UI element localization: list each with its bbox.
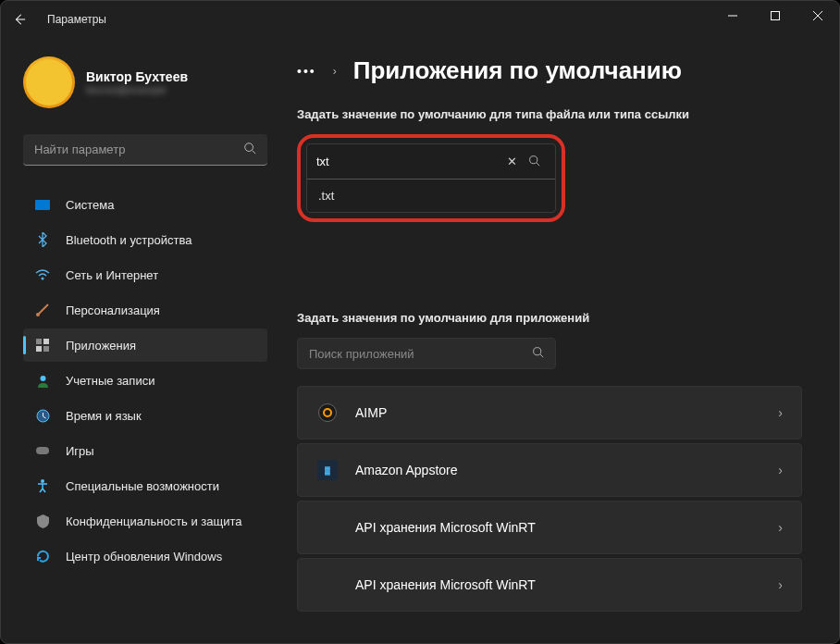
svg-line-5 bbox=[253, 150, 256, 154]
highlight-annotation: ✕ .txt bbox=[297, 134, 565, 222]
search-icon bbox=[243, 142, 256, 158]
chevron-right-icon: › bbox=[778, 463, 783, 477]
filetype-input[interactable] bbox=[316, 155, 501, 168]
svg-rect-11 bbox=[43, 346, 49, 352]
clear-icon[interactable]: ✕ bbox=[501, 155, 523, 168]
svg-rect-8 bbox=[36, 339, 42, 344]
chevron-right-icon: › bbox=[333, 65, 337, 78]
sidebar-search-input[interactable] bbox=[34, 142, 243, 156]
apps-icon bbox=[34, 337, 51, 353]
settings-window: Параметры Виктор Бухтеев blurred@example… bbox=[0, 0, 840, 644]
section-apps-label: Задать значения по умолчанию для приложе… bbox=[297, 311, 802, 325]
gamepad-icon bbox=[34, 442, 51, 459]
shield-icon bbox=[34, 513, 51, 529]
nav-time[interactable]: Время и язык bbox=[23, 399, 267, 432]
nav-accounts[interactable]: Учетные записи bbox=[23, 364, 267, 397]
app-name: API хранения Microsoft WinRT bbox=[355, 577, 761, 592]
svg-point-15 bbox=[41, 479, 44, 483]
app-item-amazon[interactable]: ▓ Amazon Appstore › bbox=[297, 443, 802, 497]
svg-line-17 bbox=[537, 162, 539, 165]
sidebar-search[interactable] bbox=[23, 134, 267, 166]
account-icon bbox=[34, 372, 51, 389]
nav-bluetooth[interactable]: Bluetooth и устройства bbox=[23, 223, 267, 256]
maximize-button[interactable] bbox=[754, 1, 797, 31]
nav-personalization[interactable]: Персонализация bbox=[23, 293, 267, 327]
search-icon bbox=[532, 345, 544, 362]
sidebar: Виктор Бухтеев blurred@example Система B… bbox=[1, 38, 278, 643]
system-icon bbox=[34, 196, 51, 213]
default-card[interactable] bbox=[297, 224, 802, 283]
breadcrumb-more[interactable]: ••• bbox=[297, 64, 316, 79]
app-item-winrt-2[interactable]: API хранения Microsoft WinRT › bbox=[297, 558, 802, 612]
avatar bbox=[23, 56, 75, 108]
svg-rect-14 bbox=[36, 447, 49, 454]
svg-rect-1 bbox=[772, 12, 780, 20]
nav-apps[interactable]: Приложения bbox=[23, 328, 267, 362]
filetype-suggestion[interactable]: .txt bbox=[307, 180, 555, 212]
app-name: Amazon Appstore bbox=[355, 463, 761, 477]
app-search[interactable] bbox=[297, 338, 556, 369]
chevron-right-icon: › bbox=[778, 405, 783, 420]
app-generic-icon bbox=[316, 516, 339, 539]
filetype-search: ✕ .txt bbox=[306, 143, 556, 213]
minimize-button[interactable] bbox=[711, 1, 754, 31]
window-title: Параметры bbox=[47, 13, 106, 26]
app-item-aimp[interactable]: AIMP › bbox=[297, 386, 802, 440]
nav-update[interactable]: Центр обновления Windows bbox=[23, 539, 267, 573]
profile-block[interactable]: Виктор Бухтеев blurred@example bbox=[23, 56, 267, 108]
nav-network[interactable]: Сеть и Интернет bbox=[23, 258, 267, 291]
svg-point-16 bbox=[530, 155, 537, 163]
nav-privacy[interactable]: Конфиденциальность и защита bbox=[23, 504, 267, 538]
app-generic-icon bbox=[316, 574, 339, 596]
svg-point-4 bbox=[245, 142, 253, 151]
section-filetype-label: Задать значение по умолчанию для типа фа… bbox=[297, 107, 802, 121]
accessibility-icon bbox=[34, 477, 51, 494]
svg-point-12 bbox=[40, 376, 45, 381]
open-external-icon bbox=[773, 246, 786, 262]
svg-point-7 bbox=[36, 313, 40, 316]
svg-point-19 bbox=[534, 348, 541, 355]
update-icon bbox=[34, 548, 51, 564]
app-search-input[interactable] bbox=[309, 347, 532, 361]
svg-rect-10 bbox=[36, 346, 42, 352]
svg-rect-18 bbox=[774, 249, 784, 258]
nav-accessibility[interactable]: Специальные возможности bbox=[23, 469, 267, 502]
app-name: AIMP bbox=[355, 405, 761, 420]
page-title: Приложения по умолчанию bbox=[353, 56, 682, 85]
app-item-winrt-1[interactable]: API хранения Microsoft WinRT › bbox=[297, 501, 802, 554]
breadcrumb: ••• › Приложения по умолчанию bbox=[297, 56, 802, 85]
app-name: API хранения Microsoft WinRT bbox=[355, 520, 761, 535]
aimp-icon bbox=[316, 402, 339, 424]
svg-rect-9 bbox=[43, 339, 49, 344]
amazon-icon: ▓ bbox=[316, 459, 339, 481]
titlebar: Параметры bbox=[1, 1, 839, 38]
profile-name: Виктор Бухтеев bbox=[86, 69, 188, 84]
nav-list: Система Bluetooth и устройства Сеть и Ин… bbox=[23, 188, 267, 573]
chevron-right-icon: › bbox=[778, 520, 783, 535]
clock-icon bbox=[34, 407, 51, 424]
wifi-icon bbox=[34, 266, 51, 283]
svg-line-20 bbox=[540, 354, 543, 357]
main-content: ••• › Приложения по умолчанию Задать зна… bbox=[278, 38, 839, 643]
nav-system[interactable]: Система bbox=[23, 188, 267, 221]
profile-email: blurred@example bbox=[86, 84, 188, 95]
search-icon[interactable] bbox=[523, 155, 546, 169]
svg-point-6 bbox=[42, 278, 44, 280]
bluetooth-icon bbox=[34, 231, 51, 248]
back-button[interactable] bbox=[10, 10, 29, 29]
brush-icon bbox=[34, 302, 51, 318]
chevron-right-icon: › bbox=[778, 577, 783, 592]
nav-gaming[interactable]: Игры bbox=[23, 434, 267, 467]
close-button[interactable] bbox=[797, 1, 839, 31]
